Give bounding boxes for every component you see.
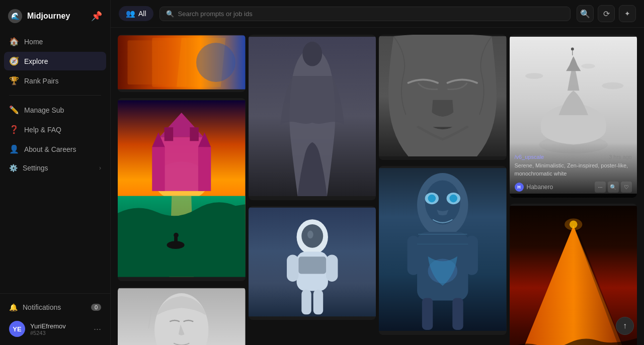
svg-point-25 (302, 42, 322, 66)
card-action-btn-2[interactable]: ♡ (621, 182, 632, 193)
sidebar-item-rank-pairs[interactable]: 🏆 Rank Pairs (4, 71, 106, 90)
gallery-item-floating-island[interactable]: /v6_upscale3 hrs agoSerene, Minimalistic… (510, 35, 637, 198)
help-icon: ❓ (9, 125, 19, 134)
tab-all[interactable]: 👥 All (119, 6, 153, 21)
manage-sub-icon: ✏️ (9, 105, 19, 115)
gallery-item-white-sculpture[interactable] (118, 287, 246, 345)
gallery-scroll[interactable]: /v6_upscale3 hrs agoSerene, Minimalistic… (111, 28, 644, 345)
svg-rect-11 (152, 147, 165, 191)
search-input[interactable] (178, 10, 564, 18)
user-avatar: YE (9, 321, 25, 337)
svg-rect-18 (174, 237, 178, 245)
sidebar-bottom: 🔔 Notifications 0 YE YuriEfremov #5243 ·… (0, 293, 110, 345)
sidebar-item-manage-sub[interactable]: ✏️ Manage Sub (4, 101, 106, 119)
nav-divider-1 (9, 95, 101, 96)
gallery-item-fantasy-castle[interactable] (118, 98, 246, 281)
avatar-initials: YE (13, 325, 21, 333)
gallery-column-1 (249, 35, 376, 345)
topbar-refresh-icon: ⟳ (603, 9, 610, 19)
settings-chevron-icon: › (99, 164, 101, 171)
scroll-top-icon: ↑ (623, 321, 627, 330)
svg-point-54 (525, 73, 543, 79)
svg-rect-47 (466, 236, 478, 275)
notifications-label: Notifications (23, 303, 61, 311)
topbar-actions: 🔍 ⟳ ✦ (577, 5, 636, 22)
sidebar-item-help-faq-label: Help & FAQ (24, 126, 61, 134)
svg-point-42 (428, 195, 436, 203)
logo-pin-icon: 📌 (91, 11, 102, 22)
sidebar-item-help-faq[interactable]: ❓ Help & FAQ (4, 120, 106, 139)
user-tag: #5243 (30, 330, 66, 336)
user-more-icon[interactable]: ··· (94, 324, 101, 334)
notifications-badge: 0 (91, 304, 101, 311)
gallery-grid: /v6_upscale3 hrs agoSerene, Minimalistic… (115, 32, 640, 345)
home-icon: 🏠 (9, 37, 19, 46)
sidebar-item-home-label: Home (24, 38, 43, 46)
sidebar-item-explore-label: Explore (24, 57, 48, 65)
card-action-btn-0[interactable]: ··· (595, 182, 606, 193)
gallery-item-stone-face[interactable] (379, 35, 507, 160)
settings-icon: ⚙️ (9, 164, 18, 172)
sidebar-item-explore[interactable]: 🧭 Explore (4, 52, 106, 70)
gallery-item-astronaut[interactable] (249, 206, 376, 320)
search-bar: 🔍 (159, 7, 571, 21)
card-action-btn-1[interactable]: 🔍 (608, 182, 619, 193)
svg-rect-49 (452, 298, 463, 330)
app-logo: 🌊 Midjourney 📌 (0, 0, 110, 30)
svg-rect-34 (313, 290, 323, 315)
user-details: YuriEfremov #5243 (30, 322, 66, 336)
svg-point-29 (307, 231, 313, 239)
svg-rect-13 (198, 147, 211, 191)
user-name: YuriEfremov (30, 322, 66, 330)
svg-point-19 (174, 233, 179, 238)
sidebar-item-about-careers-label: About & Careers (24, 145, 76, 153)
svg-rect-46 (408, 236, 420, 275)
user-row[interactable]: YE YuriEfremov #5243 ··· (4, 316, 106, 340)
gallery-item-top-strip[interactable] (118, 35, 246, 92)
svg-rect-7 (159, 137, 204, 191)
gallery-column-3: /v6_upscale3 hrs agoSerene, Minimalistic… (510, 35, 637, 345)
topbar-sparkle-button[interactable]: ✦ (619, 5, 636, 22)
about-icon: 👤 (9, 144, 19, 154)
explore-icon: 🧭 (9, 56, 19, 66)
card-username: Habanero (527, 184, 553, 191)
svg-point-55 (602, 82, 623, 90)
topbar-search-icon: 🔍 (580, 9, 590, 19)
svg-rect-48 (422, 298, 433, 330)
svg-rect-35 (298, 256, 326, 274)
card-actions: ···🔍♡ (595, 182, 632, 193)
gallery-column-2 (379, 35, 507, 345)
topbar-refresh-button[interactable]: ⟳ (598, 5, 615, 22)
notifications-item[interactable]: 🔔 Notifications 0 (4, 299, 106, 316)
bell-icon: 🔔 (9, 303, 18, 311)
scroll-top-button[interactable]: ↑ (616, 317, 634, 335)
card-command: /v6_upscale (515, 154, 544, 160)
topbar-search-button[interactable]: 🔍 (577, 5, 594, 22)
search-bar-icon: 🔍 (166, 10, 174, 18)
sidebar-item-about-careers[interactable]: 👤 About & Careers (4, 140, 106, 158)
svg-rect-32 (326, 254, 338, 282)
app-name: Midjourney (27, 12, 70, 21)
gallery-column-0 (118, 35, 246, 345)
tab-all-label: All (138, 10, 146, 18)
gallery-item-robed-figure[interactable] (249, 35, 376, 200)
topbar: 👥 All 🔍 🔍 ⟳ ✦ (111, 0, 644, 28)
sidebar-item-home[interactable]: 🏠 Home (4, 32, 106, 51)
svg-rect-10 (190, 127, 199, 141)
svg-point-69 (565, 219, 582, 230)
user-info: YE YuriEfremov #5243 (9, 321, 66, 337)
card-description: Serene, Minimalistic, Zen-inspired, post… (515, 162, 632, 178)
sidebar-nav: 🏠 Home 🧭 Explore 🏆 Rank Pairs ✏️ Manage … (0, 30, 110, 293)
sidebar: 🌊 Midjourney 📌 🏠 Home 🧭 Explore 🏆 Rank P… (0, 0, 111, 345)
svg-rect-31 (287, 254, 298, 282)
card-overlay: /v6_upscale3 hrs agoSerene, Minimalistic… (510, 143, 637, 198)
sidebar-item-settings[interactable]: ⚙️ Settings › (4, 159, 106, 177)
main-content: 👥 All 🔍 🔍 ⟳ ✦ (111, 0, 644, 345)
settings-left: ⚙️ Settings (9, 164, 48, 172)
logo-icon: 🌊 (8, 9, 22, 23)
sidebar-item-settings-label: Settings (23, 164, 48, 172)
svg-point-4 (196, 43, 235, 82)
gallery-item-robot-woman[interactable] (379, 166, 507, 335)
all-tab-icon: 👥 (126, 9, 135, 18)
sidebar-item-rank-pairs-label: Rank Pairs (24, 77, 58, 85)
